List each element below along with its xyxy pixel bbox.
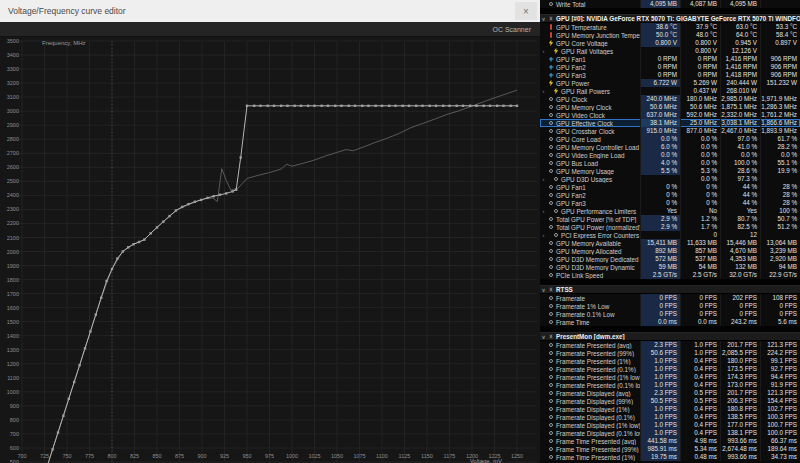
sensor-row[interactable]: GPU D3D Memory Dedicated 572 MB 537 MB 4… [540,255,800,263]
sensor-row[interactable]: GPU Memory Usage 5.5 % 5.3 % 28.6 % 19.9… [540,167,800,175]
sensor-row[interactable]: Framerate 1% Low 0 FPS 0 FPS 0 FPS 0 FPS [540,302,800,310]
oc-scanner-button[interactable]: OC Scanner [492,26,531,33]
sensor-row[interactable]: Frame Time Presented (1%) 19.75 ms 0.48 … [540,453,800,461]
vf-curve-plot[interactable]: 5006007008009001000110012001300140015001… [0,37,540,463]
sensor-label: Frame Time Presented (1%) [555,454,640,461]
sensor-row[interactable]: Framerate Presented (1%) 1.0 FPS 0.4 FPS… [540,357,800,365]
sensor-row[interactable]: Framerate Presented (avg) 2.3 FPS 1.0 FP… [540,341,800,349]
sensor-row[interactable]: Framerate Presented (0.1%) 1.0 FPS 0.4 F… [540,365,800,373]
expand-icon[interactable]: › [540,47,547,55]
expand-icon[interactable]: › [540,207,547,215]
sensor-label: GPU Core Voltage [555,40,640,47]
sensor-value-max: 132 MB [720,263,760,271]
sensor-label: GPU Performance Limiters [560,208,640,215]
sensor-value-avg: 108 FPS [760,294,800,302]
sensor-row[interactable]: Framerate 0 FPS 0 FPS 202 FPS 108 FPS [540,294,800,302]
sensor-row[interactable]: GPU Fan1 0 % 0 % 44 % 28 % [540,183,800,191]
gauge-icon [547,113,555,118]
svg-text:725: 725 [40,453,49,459]
sensor-row[interactable]: Framerate Displayed (avg) 2.3 FPS 0.5 FP… [540,389,800,397]
sensor-row[interactable]: GPU Fan2 0 RPM 0 RPM 1,416 RPM 906 RPM [540,63,800,71]
sensor-row[interactable]: GPU Power 6.722 W 5.269 W 240.444 W 151.… [540,79,800,87]
section-header-row[interactable]: ∨ GPU [#0]: NVIDIA GeForce RTX 5070 Ti: … [540,14,800,23]
svg-text:3300: 3300 [7,66,19,72]
sensor-label: Framerate 0.1% Low [555,311,640,318]
sensor-row[interactable]: › GPU Performance Limiters Yes No Yes 10… [540,207,800,215]
sensor-row[interactable]: Frame Time Presented (avg) 441.58 ms 4.9… [540,437,800,445]
sensor-row[interactable]: GPU Temperature 38.6 °C 37.9 °C 63.0 °C … [540,23,800,31]
section-header-row[interactable]: ∨ PresentMon [dwm.exe] [540,332,800,341]
close-icon[interactable]: × [515,2,537,20]
sensor-row[interactable]: PCIe Link Speed 2.5 GT/s 2.5 GT/s 32.0 G… [540,271,800,279]
sensor-row[interactable]: › GPU Rail Powers 0.437 W 268.010 W [540,87,800,95]
sensor-row[interactable]: GPU Clock 240.0 MHz 180.0 MHz 2,985.0 MH… [540,95,800,103]
sensor-row[interactable]: Frame Time Presented (99%) 985.91 ms 5.3… [540,445,800,453]
sensor-value-max: 0 FPS [720,310,760,318]
sensor-value-max: 97.3 % [720,175,760,183]
sensor-value-max: 1,875.1 MHz [720,103,760,111]
sensor-row[interactable]: Total GPU Power [% of TDP] 2.9 % 1.2 % 8… [540,215,800,223]
sensor-row[interactable]: GPU Memory Controller Load 6.0 % 0.0 % 4… [540,143,800,151]
sensor-row[interactable]: GPU Fan1 0 RPM 0 RPM 1,416 RPM 906 RPM [540,55,800,63]
gauge-icon [547,137,555,142]
sensor-row[interactable]: GPU Core Load 0.0 % 0.0 % 97.0 % 61.7 % [540,135,800,143]
sensor-row[interactable]: GPU Memory Junction Temperature 50.0 °C … [540,31,800,39]
sensor-row[interactable]: GPU Video Clock 637.0 MHz 592.0 MHz 2,33… [540,111,800,119]
sensor-row[interactable]: Framerate Displayed (1% low) 1.0 FPS 0.4… [540,421,800,429]
svg-text:3000: 3000 [7,108,19,114]
sensor-row[interactable]: Framerate Presented (0.1% low) 1.0 FPS 0… [540,381,800,389]
sensor-row[interactable]: Total GPU Power (normalized) [% o... 2.9… [540,223,800,231]
gauge-icon [547,161,555,166]
sensor-row[interactable]: › GPU D3D Usages 0.0 % 97.3 % [540,175,800,183]
expand-icon[interactable]: › [540,175,547,183]
svg-text:875: 875 [175,453,184,459]
sensor-row[interactable]: GPU Fan3 0 % 0 % 44 % 28 % [540,199,800,207]
sensor-row[interactable]: Framerate Presented (1% low) 1.0 FPS 0.4… [540,373,800,381]
sensor-value-min: 0.4 FPS [680,421,720,429]
sensor-row[interactable]: GPU Memory Clock 50.6 MHz 50.6 MHz 1,875… [540,103,800,111]
sensor-row[interactable]: Write Total 4,095 MB 4,087 MB 4,095 MB [540,0,800,8]
sensor-label: Total GPU Power (normalized) [% o... [555,224,640,231]
sensor-row[interactable]: Framerate Displayed (0.1% low) 1.0 FPS 0… [540,429,800,437]
sensor-row[interactable]: GPU Core Voltage 0.800 V 0.800 V 0.945 V… [540,39,800,47]
sensor-row[interactable]: GPU Video Engine Load 0.0 % 0.0 % 0.0 % … [540,151,800,159]
gauge-icon [547,320,555,325]
svg-text:1100: 1100 [7,375,19,381]
gauge-icon [547,153,555,158]
sensor-value-min: 1.7 % [680,223,720,231]
sensor-row[interactable]: Frame Time 0.0 ms 0.0 ms 243.2 ms 5.6 ms [540,318,800,326]
expand-icon[interactable]: › [540,87,547,95]
sensor-value-current: 50.5 FPS [640,397,680,405]
titlebar[interactable]: Voltage/Frequency curve editor × [0,0,540,22]
sensor-value-min: 0.0 % [680,175,720,183]
sensor-row-selected[interactable]: GPU Effective Clock 38.1 MHz 25.0 MHz 3,… [540,119,800,127]
sensor-value-max: 4,353 MB [720,255,760,263]
expand-icon[interactable]: ∨ [540,286,547,294]
sensor-row[interactable]: Framerate Displayed (1%) 1.0 FPS 0.4 FPS… [540,405,800,413]
sensor-row[interactable]: Framerate Presented (99%) 50.6 FPS 1.0 F… [540,349,800,357]
sensor-row[interactable]: GPU D3D Memory Dynamic 59 MB 54 MB 132 M… [540,263,800,271]
sensor-row[interactable]: Framerate Displayed (0.1%) 1.0 FPS 0.4 F… [540,413,800,421]
svg-text:600: 600 [10,445,19,451]
gauge-icon [547,399,555,404]
sensor-row[interactable]: GPU Fan3 0 RPM 0 RPM 1,418 RPM 906 RPM [540,71,800,79]
sensor-value-current: 0.0 ms [640,318,680,326]
expand-icon[interactable]: ∨ [540,333,547,341]
sensor-row[interactable]: › GPU Rail Voltages 0.800 V 12.126 V [540,47,800,55]
sensor-row[interactable]: Framerate 0.1% Low 0 FPS 0 FPS 0 FPS 0 F… [540,310,800,318]
sensor-row[interactable]: › PCI Express Error Counters 0 12 [540,231,800,239]
sensor-value-avg: 906 RPM [760,63,800,71]
vf-curve-chart[interactable]: 5006007008009001000110012001300140015001… [0,37,540,463]
sensor-row[interactable]: GPU Memory Allocated 892 MB 857 MB 4,670… [540,247,800,255]
section-header-row[interactable]: ∨ RTSS [540,285,800,294]
sensor-value-current: 0 RPM [640,71,680,79]
expand-icon[interactable]: › [540,231,547,239]
sensor-value-max: 12.126 V [720,47,760,55]
sensor-row[interactable]: GPU Memory Available 15,411 MB 11,633 MB… [540,239,800,247]
sensor-row[interactable]: GPU Bus Load 4.0 % 0.0 % 100.0 % 55.1 % [540,159,800,167]
sensor-value-current: 6.722 W [640,79,680,87]
sensor-row[interactable]: GPU Fan2 0 % 0 % 44 % 28 % [540,191,800,199]
sensor-row[interactable]: GPU Crossbar Clock 915.0 MHz 877.0 MHz 2… [540,127,800,135]
expand-icon[interactable]: ∨ [540,15,547,23]
sensor-row[interactable]: Framerate Displayed (99%) 50.5 FPS 0.5 F… [540,397,800,405]
